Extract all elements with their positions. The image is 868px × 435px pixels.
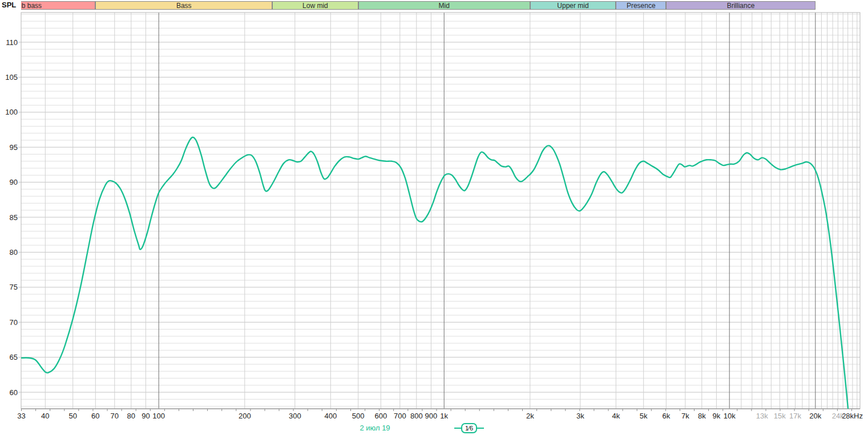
x-tick-label: 20k xyxy=(809,412,821,420)
x-tick-label: 5k xyxy=(640,412,648,420)
x-tick-label: 13k xyxy=(756,412,768,420)
x-tick-label: 6k xyxy=(662,412,670,420)
x-tick-label: 8k xyxy=(698,412,706,420)
legend-trace-entry[interactable]: 1⁄6 xyxy=(454,423,484,433)
smoothing-badge[interactable]: 1⁄6 xyxy=(461,423,477,433)
x-tick-label: 70 xyxy=(111,412,119,420)
x-tick-label: 200 xyxy=(239,412,251,420)
y-tick-label: 70 xyxy=(10,318,18,327)
spl-chart-window: SPL Sub bassBassLow midMidUpper midPrese… xyxy=(0,0,868,435)
x-tick-label: 700 xyxy=(394,412,406,420)
x-tick-label: 60 xyxy=(91,412,99,420)
x-tick-label: 4k xyxy=(612,412,620,420)
x-tick-label: 300 xyxy=(289,412,301,420)
x-tick-label: 40 xyxy=(41,412,49,420)
y-tick-label: 60 xyxy=(10,388,18,397)
legend-line-right xyxy=(477,428,484,429)
y-tick-label: 110 xyxy=(6,38,18,47)
y-tick-label: 95 xyxy=(10,143,18,152)
x-tick-label: 28kHz xyxy=(842,412,863,420)
x-tick-label: 33 xyxy=(17,412,25,420)
x-tick-label: 10k xyxy=(724,412,736,420)
x-tick-label: 800 xyxy=(410,412,423,420)
x-tick-label: 600 xyxy=(374,412,387,420)
x-tick-label: 50 xyxy=(68,412,76,420)
x-tick-label: 90 xyxy=(142,412,150,420)
x-tick-label: 2k xyxy=(526,412,534,420)
legend-measurement-name[interactable]: 2 июл 19 xyxy=(349,424,401,432)
y-tick-label: 65 xyxy=(10,353,18,361)
x-tick-label: 100 xyxy=(152,412,165,420)
y-tick-label: 75 xyxy=(10,283,18,291)
y-tick-label: 105 xyxy=(5,73,18,82)
x-tick-label: 900 xyxy=(425,412,438,420)
plot-border xyxy=(21,13,860,409)
x-tick-label: 80 xyxy=(127,412,135,420)
spl-frequency-response-plot: 6065707580859095100105110334050607080901… xyxy=(0,0,868,435)
x-tick-label: 9k xyxy=(713,412,721,420)
y-tick-label: 85 xyxy=(10,213,18,222)
y-tick-label: 80 xyxy=(10,248,18,257)
y-tick-label: 100 xyxy=(5,108,18,116)
x-tick-label: 1k xyxy=(440,412,448,420)
x-tick-label: 400 xyxy=(324,412,337,420)
y-tick-label: 90 xyxy=(10,178,18,186)
x-tick-label: 500 xyxy=(352,412,365,420)
legend-line-left xyxy=(454,428,461,429)
x-tick-label: 3k xyxy=(576,412,584,420)
x-tick-label: 15k xyxy=(774,412,786,420)
x-tick-label: 17k xyxy=(789,412,801,420)
x-tick-label: 7k xyxy=(681,412,689,420)
